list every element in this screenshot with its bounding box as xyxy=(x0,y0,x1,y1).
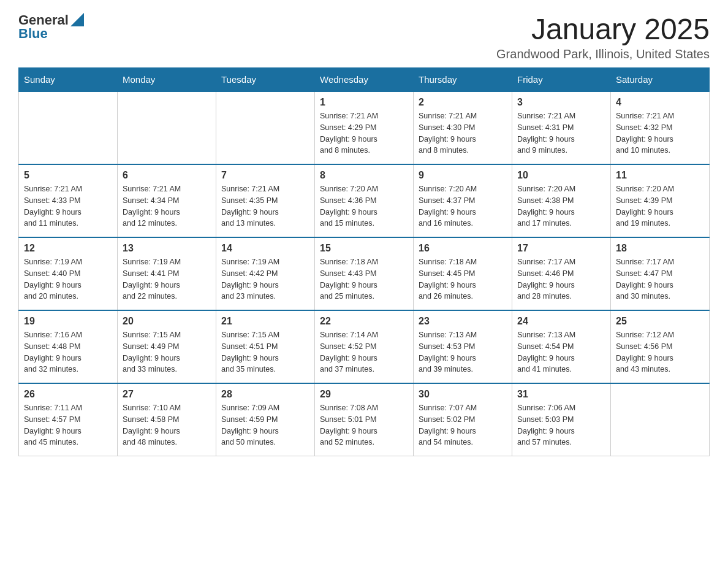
day-info-14: Sunrise: 7:19 AM Sunset: 4:42 PM Dayligh… xyxy=(221,256,309,302)
calendar-day-28: 28Sunrise: 7:09 AM Sunset: 4:59 PM Dayli… xyxy=(216,383,315,456)
day-info-25: Sunrise: 7:12 AM Sunset: 4:56 PM Dayligh… xyxy=(616,329,704,375)
day-number-23: 23 xyxy=(419,316,507,327)
day-number-8: 8 xyxy=(320,170,408,181)
calendar-day-15: 15Sunrise: 7:18 AM Sunset: 4:43 PM Dayli… xyxy=(315,237,414,310)
calendar-day-22: 22Sunrise: 7:14 AM Sunset: 4:52 PM Dayli… xyxy=(315,310,414,383)
calendar-header-thursday: Thursday xyxy=(414,68,512,92)
month-title: January 2025 xyxy=(496,12,710,46)
day-number-5: 5 xyxy=(24,170,112,181)
calendar-day-30: 30Sunrise: 7:07 AM Sunset: 5:02 PM Dayli… xyxy=(414,383,512,456)
calendar-day-7: 7Sunrise: 7:21 AM Sunset: 4:35 PM Daylig… xyxy=(216,164,315,237)
calendar-day-2: 2Sunrise: 7:21 AM Sunset: 4:30 PM Daylig… xyxy=(414,91,512,164)
calendar-empty-cell xyxy=(611,383,710,456)
day-number-2: 2 xyxy=(419,97,507,108)
calendar-header-monday: Monday xyxy=(118,68,216,92)
calendar-day-25: 25Sunrise: 7:12 AM Sunset: 4:56 PM Dayli… xyxy=(611,310,710,383)
calendar-table: SundayMondayTuesdayWednesdayThursdayFrid… xyxy=(18,67,710,456)
calendar-header-friday: Friday xyxy=(512,68,611,92)
day-number-26: 26 xyxy=(24,389,112,400)
calendar-day-24: 24Sunrise: 7:13 AM Sunset: 4:54 PM Dayli… xyxy=(512,310,611,383)
day-number-10: 10 xyxy=(517,170,605,181)
day-info-7: Sunrise: 7:21 AM Sunset: 4:35 PM Dayligh… xyxy=(221,183,309,229)
page-header: General Blue January 2025 Grandwood Park… xyxy=(18,12,710,61)
day-number-28: 28 xyxy=(221,389,309,400)
day-info-12: Sunrise: 7:19 AM Sunset: 4:40 PM Dayligh… xyxy=(24,256,112,302)
day-info-4: Sunrise: 7:21 AM Sunset: 4:32 PM Dayligh… xyxy=(616,110,704,156)
calendar-day-10: 10Sunrise: 7:20 AM Sunset: 4:38 PM Dayli… xyxy=(512,164,611,237)
day-info-9: Sunrise: 7:20 AM Sunset: 4:37 PM Dayligh… xyxy=(419,183,507,229)
svg-marker-0 xyxy=(70,13,84,26)
day-number-1: 1 xyxy=(320,97,408,108)
day-info-6: Sunrise: 7:21 AM Sunset: 4:34 PM Dayligh… xyxy=(123,183,211,229)
day-info-10: Sunrise: 7:20 AM Sunset: 4:38 PM Dayligh… xyxy=(517,183,605,229)
day-number-16: 16 xyxy=(419,243,507,254)
calendar-week-4: 19Sunrise: 7:16 AM Sunset: 4:48 PM Dayli… xyxy=(19,310,710,383)
day-info-20: Sunrise: 7:15 AM Sunset: 4:49 PM Dayligh… xyxy=(123,329,211,375)
day-info-29: Sunrise: 7:08 AM Sunset: 5:01 PM Dayligh… xyxy=(320,402,408,448)
calendar-day-27: 27Sunrise: 7:10 AM Sunset: 4:58 PM Dayli… xyxy=(118,383,216,456)
day-number-14: 14 xyxy=(221,243,309,254)
day-number-7: 7 xyxy=(221,170,309,181)
day-number-19: 19 xyxy=(24,316,112,327)
day-number-11: 11 xyxy=(616,170,704,181)
calendar-day-4: 4Sunrise: 7:21 AM Sunset: 4:32 PM Daylig… xyxy=(611,91,710,164)
day-number-31: 31 xyxy=(517,389,605,400)
day-info-1: Sunrise: 7:21 AM Sunset: 4:29 PM Dayligh… xyxy=(320,110,408,156)
day-info-15: Sunrise: 7:18 AM Sunset: 4:43 PM Dayligh… xyxy=(320,256,408,302)
day-info-23: Sunrise: 7:13 AM Sunset: 4:53 PM Dayligh… xyxy=(419,329,507,375)
calendar-day-12: 12Sunrise: 7:19 AM Sunset: 4:40 PM Dayli… xyxy=(19,237,118,310)
day-info-17: Sunrise: 7:17 AM Sunset: 4:46 PM Dayligh… xyxy=(517,256,605,302)
day-number-20: 20 xyxy=(123,316,211,327)
day-number-24: 24 xyxy=(517,316,605,327)
calendar-week-5: 26Sunrise: 7:11 AM Sunset: 4:57 PM Dayli… xyxy=(19,383,710,456)
day-number-18: 18 xyxy=(616,243,704,254)
calendar-day-1: 1Sunrise: 7:21 AM Sunset: 4:29 PM Daylig… xyxy=(315,91,414,164)
calendar-header-tuesday: Tuesday xyxy=(216,68,315,92)
day-info-31: Sunrise: 7:06 AM Sunset: 5:03 PM Dayligh… xyxy=(517,402,605,448)
calendar-day-17: 17Sunrise: 7:17 AM Sunset: 4:46 PM Dayli… xyxy=(512,237,611,310)
day-number-15: 15 xyxy=(320,243,408,254)
day-info-2: Sunrise: 7:21 AM Sunset: 4:30 PM Dayligh… xyxy=(419,110,507,156)
day-info-13: Sunrise: 7:19 AM Sunset: 4:41 PM Dayligh… xyxy=(123,256,211,302)
calendar-day-29: 29Sunrise: 7:08 AM Sunset: 5:01 PM Dayli… xyxy=(315,383,414,456)
location-text: Grandwood Park, Illinois, United States xyxy=(496,47,710,61)
calendar-header-wednesday: Wednesday xyxy=(315,68,414,92)
title-section: January 2025 Grandwood Park, Illinois, U… xyxy=(496,12,710,61)
calendar-empty-cell xyxy=(19,91,118,164)
day-number-27: 27 xyxy=(123,389,211,400)
day-number-13: 13 xyxy=(123,243,211,254)
calendar-day-23: 23Sunrise: 7:13 AM Sunset: 4:53 PM Dayli… xyxy=(414,310,512,383)
day-info-8: Sunrise: 7:20 AM Sunset: 4:36 PM Dayligh… xyxy=(320,183,408,229)
day-number-17: 17 xyxy=(517,243,605,254)
calendar-header-saturday: Saturday xyxy=(611,68,710,92)
calendar-header-sunday: Sunday xyxy=(19,68,118,92)
day-number-25: 25 xyxy=(616,316,704,327)
calendar-day-3: 3Sunrise: 7:21 AM Sunset: 4:31 PM Daylig… xyxy=(512,91,611,164)
calendar-day-9: 9Sunrise: 7:20 AM Sunset: 4:37 PM Daylig… xyxy=(414,164,512,237)
calendar-day-20: 20Sunrise: 7:15 AM Sunset: 4:49 PM Dayli… xyxy=(118,310,216,383)
day-info-21: Sunrise: 7:15 AM Sunset: 4:51 PM Dayligh… xyxy=(221,329,309,375)
calendar-week-1: 1Sunrise: 7:21 AM Sunset: 4:29 PM Daylig… xyxy=(19,91,710,164)
calendar-day-19: 19Sunrise: 7:16 AM Sunset: 4:48 PM Dayli… xyxy=(19,310,118,383)
day-number-9: 9 xyxy=(419,170,507,181)
day-info-27: Sunrise: 7:10 AM Sunset: 4:58 PM Dayligh… xyxy=(123,402,211,448)
day-number-6: 6 xyxy=(123,170,211,181)
day-info-19: Sunrise: 7:16 AM Sunset: 4:48 PM Dayligh… xyxy=(24,329,112,375)
calendar-day-11: 11Sunrise: 7:20 AM Sunset: 4:39 PM Dayli… xyxy=(611,164,710,237)
calendar-header-row: SundayMondayTuesdayWednesdayThursdayFrid… xyxy=(19,68,710,92)
calendar-empty-cell xyxy=(216,91,315,164)
calendar-week-2: 5Sunrise: 7:21 AM Sunset: 4:33 PM Daylig… xyxy=(19,164,710,237)
day-number-3: 3 xyxy=(517,97,605,108)
calendar-day-6: 6Sunrise: 7:21 AM Sunset: 4:34 PM Daylig… xyxy=(118,164,216,237)
calendar-week-3: 12Sunrise: 7:19 AM Sunset: 4:40 PM Dayli… xyxy=(19,237,710,310)
day-info-22: Sunrise: 7:14 AM Sunset: 4:52 PM Dayligh… xyxy=(320,329,408,375)
calendar-day-16: 16Sunrise: 7:18 AM Sunset: 4:45 PM Dayli… xyxy=(414,237,512,310)
day-info-3: Sunrise: 7:21 AM Sunset: 4:31 PM Dayligh… xyxy=(517,110,605,156)
day-number-21: 21 xyxy=(221,316,309,327)
day-number-4: 4 xyxy=(616,97,704,108)
calendar-day-21: 21Sunrise: 7:15 AM Sunset: 4:51 PM Dayli… xyxy=(216,310,315,383)
day-info-18: Sunrise: 7:17 AM Sunset: 4:47 PM Dayligh… xyxy=(616,256,704,302)
day-number-22: 22 xyxy=(320,316,408,327)
calendar-empty-cell xyxy=(118,91,216,164)
day-info-5: Sunrise: 7:21 AM Sunset: 4:33 PM Dayligh… xyxy=(24,183,112,229)
